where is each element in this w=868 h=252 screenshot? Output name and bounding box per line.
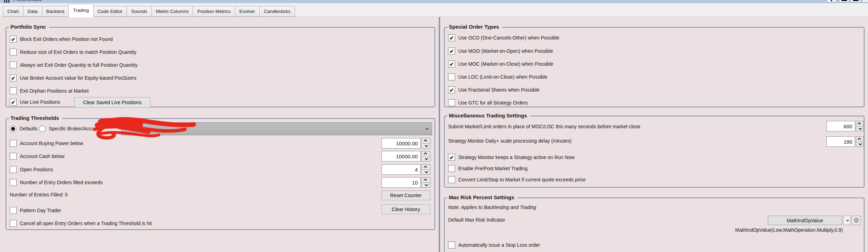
radio-label: Specific Broker/Account bbox=[49, 126, 101, 131]
spinner-value[interactable]: 600 bbox=[826, 121, 855, 131]
checkbox-box bbox=[448, 165, 455, 172]
tab-trading[interactable]: Trading bbox=[68, 4, 93, 17]
checkbox-block-exit-orders[interactable]: ✔ Block Exit Orders when Position not Fo… bbox=[10, 35, 113, 43]
checkbox-box bbox=[10, 153, 17, 160]
spinner-value[interactable]: 10000.00 bbox=[381, 138, 421, 149]
tab-sounds[interactable]: Sounds bbox=[127, 6, 152, 17]
checkbox-label: Use GTC for all Strategy Orders bbox=[458, 100, 528, 106]
clear-history-button[interactable]: Clear History bbox=[381, 204, 430, 214]
spin-down-button[interactable] bbox=[856, 142, 863, 147]
checkbox-label: Convert Limit/Stop to Market if current … bbox=[458, 177, 586, 182]
entry-orders-spinner: 10 bbox=[381, 177, 430, 188]
processing-delay-spinner: 180 bbox=[826, 136, 863, 147]
checkbox-box bbox=[10, 49, 17, 56]
tab-data[interactable]: Data bbox=[23, 6, 42, 17]
window-titlebar: Preferences bbox=[0, 0, 868, 3]
spin-up-button[interactable] bbox=[422, 138, 430, 143]
spin-down-button[interactable] bbox=[422, 170, 430, 175]
checkbox-open-positions[interactable]: Open Positions bbox=[10, 166, 53, 173]
spin-down-button[interactable] bbox=[422, 182, 430, 188]
checkbox-account-buying-power[interactable]: Account Buying Power below bbox=[10, 139, 83, 147]
spin-up-button[interactable] bbox=[856, 121, 863, 126]
max-risk-indicator-dropdown[interactable]: MathIndOpValue bbox=[768, 216, 842, 225]
radio-defaults[interactable]: Defaults bbox=[10, 125, 37, 132]
checkbox-convert-limit-stop[interactable]: Convert Limit/Stop to Market if current … bbox=[448, 176, 586, 183]
tab-position-metrics[interactable]: Position Metrics bbox=[193, 6, 235, 17]
tab-backtest[interactable]: Backtest bbox=[42, 6, 69, 17]
radio-button bbox=[39, 125, 46, 132]
spin-down-button[interactable] bbox=[422, 143, 430, 149]
checkbox-label: Use OCO (One-Cancels-Other) when Possibl… bbox=[458, 35, 559, 41]
checkbox-label: Always set Exit Order Quantity to full P… bbox=[20, 62, 138, 68]
checkbox-cancel-all-entry-orders[interactable]: Cancel all open Entry Orders when a Trad… bbox=[10, 219, 152, 227]
spin-down-button[interactable] bbox=[856, 126, 863, 131]
preferences-window: Preferences Chart Data Backtest Trading … bbox=[0, 0, 868, 252]
checkbox-box bbox=[10, 166, 17, 173]
spinner-value[interactable]: 10000.00 bbox=[381, 151, 421, 161]
indicator-formula-text: MathIndOpValue(Low,MathOperation.Multipl… bbox=[599, 227, 843, 233]
window-title: Preferences bbox=[13, 0, 42, 2]
tab-candlesticks[interactable]: Candlesticks bbox=[259, 6, 295, 17]
checkbox-box bbox=[448, 99, 455, 106]
spin-up-button[interactable] bbox=[422, 165, 430, 170]
checkbox-fractional-shares[interactable]: ✔ Use Fractional Shares when Possible bbox=[448, 86, 540, 94]
checkbox-use-moc[interactable]: ✔ Use MOC (Market-on-Close) when Possibl… bbox=[448, 60, 553, 68]
reset-counter-button[interactable]: Reset Counter bbox=[381, 190, 430, 200]
tab-chart[interactable]: Chart bbox=[3, 6, 23, 17]
clear-saved-live-positions-button[interactable]: Clear Saved Live Positions bbox=[74, 97, 150, 108]
checkbox-box bbox=[448, 242, 455, 249]
tab-metric-columns[interactable]: Metric Columns bbox=[151, 6, 193, 17]
entries-filled-label: Number of Entries Filled: 5 bbox=[10, 191, 68, 199]
broker-account-dropdown[interactable] bbox=[121, 122, 432, 135]
checkbox-account-cash[interactable]: Account Cash below bbox=[10, 152, 65, 160]
checkbox-use-gtc[interactable]: Use GTC for all Strategy Orders bbox=[448, 99, 528, 107]
spinner-value[interactable]: 4 bbox=[381, 164, 421, 175]
checkbox-box: ✔ bbox=[10, 36, 17, 43]
checkbox-pattern-day-trader[interactable]: Pattern Day Trader bbox=[10, 207, 61, 214]
column-splitter[interactable] bbox=[439, 17, 440, 252]
checkbox-label: Use MOC (Market-on-Close) when Possible bbox=[458, 61, 553, 67]
checkbox-use-moo[interactable]: ✔ Use MOO (Market-on-Open) when Possible bbox=[448, 47, 553, 55]
indicator-dropdown-chevron-button[interactable] bbox=[843, 216, 851, 225]
spinner-value[interactable]: 10 bbox=[381, 177, 421, 188]
tab-evolver[interactable]: Evolver bbox=[235, 6, 260, 17]
checkbox-auto-stop-loss[interactable]: Automatically issue a Stop Loss order bbox=[448, 241, 540, 249]
checkbox-label: Pattern Day Trader bbox=[20, 208, 61, 213]
spin-up-button[interactable] bbox=[856, 137, 863, 142]
buying-power-spinner: 10000.00 bbox=[381, 138, 430, 149]
checkbox-reduce-exit-size[interactable]: Reduce size of Exit Orders to match Posi… bbox=[10, 48, 136, 56]
indicator-settings-gear-button[interactable]: ⚙ bbox=[852, 216, 861, 225]
trading-thresholds-title: Trading Thresholds bbox=[9, 115, 62, 121]
misc-trading-settings-group: Miscellaneous Trading Settings Submit Ma… bbox=[444, 116, 865, 188]
checkbox-use-live-positions[interactable]: ✔ Use Live Positions bbox=[10, 98, 60, 106]
radio-specific-broker-account[interactable]: Specific Broker/Account bbox=[39, 125, 101, 132]
checkbox-box bbox=[10, 62, 17, 69]
checkbox-box: ✔ bbox=[448, 48, 455, 55]
special-order-types-group: Special Order Types ✔ Use OCO (One-Cance… bbox=[444, 27, 865, 107]
checkbox-strategy-monitor-run-now[interactable]: ✔ Strategy Monitor keeps a Strategy acti… bbox=[448, 153, 574, 161]
spin-down-button[interactable] bbox=[422, 156, 430, 161]
misc-trading-settings-title: Miscellaneous Trading Settings bbox=[447, 113, 530, 118]
spin-up-button[interactable] bbox=[422, 178, 430, 182]
checkbox-label: Use Broker Account value for Equity-base… bbox=[20, 75, 136, 81]
checkbox-pre-post-market[interactable]: Enable Pre/Post Market Trading bbox=[448, 165, 527, 172]
moc-loc-seconds-label: Submit Market/Limit orders in place of M… bbox=[448, 123, 640, 130]
checkbox-use-loc[interactable]: Use LOC (Limit-on-Close) when Possible bbox=[448, 73, 547, 81]
minimize-button[interactable] bbox=[839, 0, 849, 2]
checkbox-box bbox=[448, 176, 455, 183]
spinner-value[interactable]: 180 bbox=[826, 136, 855, 147]
checkbox-use-oco[interactable]: ✔ Use OCO (One-Cancels-Other) when Possi… bbox=[448, 34, 559, 42]
checkbox-broker-account-value[interactable]: ✔ Use Broker Account value for Equity-ba… bbox=[10, 74, 136, 82]
spin-up-button[interactable] bbox=[422, 151, 430, 156]
checkbox-box: ✔ bbox=[448, 86, 455, 93]
checkbox-label: Enable Pre/Post Market Trading bbox=[458, 166, 527, 171]
checkbox-exit-orphan-positions[interactable]: Exit Orphan Positions at Market bbox=[10, 87, 89, 95]
tab-code-editor[interactable]: Code Editor bbox=[93, 6, 127, 17]
checkbox-entry-orders-exceeds[interactable]: Number of Entry Orders filled exceeds bbox=[10, 179, 103, 186]
checkbox-box bbox=[10, 140, 17, 147]
checkbox-always-full-quantity[interactable]: Always set Exit Order Quantity to full P… bbox=[10, 61, 138, 69]
maximize-button[interactable] bbox=[851, 0, 861, 2]
close-button[interactable] bbox=[862, 0, 868, 2]
checkbox-label: Exit Orphan Positions at Market bbox=[20, 88, 89, 94]
pin-button[interactable] bbox=[826, 0, 837, 2]
